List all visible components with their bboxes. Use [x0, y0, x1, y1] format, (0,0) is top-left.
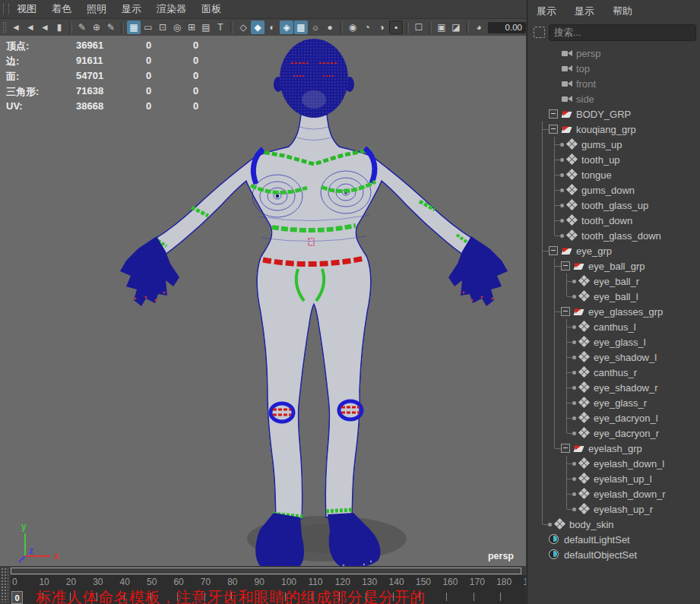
xray-icon[interactable]: ▣ [435, 21, 448, 34]
menu-item-5[interactable]: 面板 [201, 2, 221, 16]
outliner-row[interactable]: eye_ball_grp [527, 258, 700, 274]
node-label[interactable]: eye_glasses_grp [588, 306, 663, 318]
shadows-icon[interactable]: ● [323, 21, 337, 34]
paint-icon[interactable]: ✎ [75, 21, 89, 34]
grid-icon[interactable]: ▦ [127, 21, 141, 34]
node-label[interactable]: eye_dacryon_r [594, 428, 659, 439]
node-label[interactable]: eyelash_down_r [594, 489, 666, 500]
outliner-menu-item-0[interactable]: 展示 [537, 5, 556, 18]
outliner-row[interactable]: eye_shadow_r [527, 380, 700, 395]
outliner-row[interactable]: eyelash_down_l [527, 456, 700, 471]
camera-gear-icon[interactable]: ◄ [38, 21, 52, 34]
node-label[interactable]: canthus_r [594, 367, 637, 378]
xray-joints-icon[interactable]: ◪ [449, 21, 463, 34]
outliner-row[interactable]: kouqiang_grp [527, 122, 700, 137]
expand-collapse-icon[interactable] [561, 261, 570, 270]
wireframe-cube-icon[interactable]: ◇ [236, 21, 250, 34]
shaded-cube-icon[interactable]: ◆ [251, 21, 264, 34]
node-label[interactable]: defaultLightSet [564, 534, 630, 545]
node-label[interactable]: eye_shadow_r [594, 382, 658, 394]
expand-collapse-icon[interactable] [549, 109, 558, 119]
filter-icon[interactable] [534, 27, 545, 38]
node-label[interactable]: canthus_l [594, 321, 636, 333]
expand-collapse-icon[interactable] [561, 307, 570, 316]
timeline-grip[interactable] [1, 568, 8, 602]
node-label[interactable]: side [576, 93, 594, 105]
menubar-grip[interactable] [3, 4, 9, 14]
node-label[interactable]: eye_grp [576, 245, 612, 257]
outliner-row[interactable]: eye_ball_l [527, 289, 700, 304]
textured-sphere-icon[interactable]: ◐ [265, 21, 279, 34]
wire-on-shaded-icon[interactable]: ◈ [280, 21, 293, 34]
range-slider-bar[interactable] [11, 568, 521, 574]
camera-icon[interactable]: ◄ [9, 21, 23, 34]
node-label[interactable]: kouqiang_grp [576, 124, 636, 135]
node-label[interactable]: persp [576, 48, 601, 59]
expand-collapse-icon[interactable] [549, 125, 558, 134]
outliner-row[interactable]: eye_dacryon_r [527, 425, 700, 441]
outliner-row[interactable]: eye_dacryon_l [527, 410, 700, 425]
toolbar-grip[interactable] [3, 22, 6, 33]
outliner-row[interactable]: eye_shadow_l [527, 349, 700, 365]
outliner-row[interactable]: front [527, 76, 700, 91]
body-mesh[interactable] [157, 112, 471, 519]
exposure-icon[interactable]: ◕ [472, 21, 486, 34]
outliner-row[interactable]: tooth_up [527, 152, 700, 167]
node-label[interactable]: gums_up [581, 139, 622, 150]
node-label[interactable]: tooth_down [581, 215, 632, 226]
image-plane-icon[interactable]: ▤ [199, 21, 213, 34]
gate-mask-icon[interactable]: ◎ [170, 21, 184, 34]
current-frame-marker[interactable]: 0 [11, 591, 23, 604]
node-label[interactable]: front [576, 78, 596, 90]
pencil-icon[interactable]: ✎ [104, 21, 118, 34]
time-slider-track[interactable]: 0102030405060708090100110120130140150160… [11, 575, 526, 604]
ao-icon[interactable]: ◉ [346, 21, 360, 34]
node-label[interactable]: eye_ball_grp [588, 261, 645, 272]
menu-item-2[interactable]: 照明 [87, 2, 106, 16]
expand-collapse-icon[interactable] [549, 246, 558, 255]
bookmark-icon[interactable]: ▮ [52, 21, 66, 34]
outliner-row[interactable]: eye_grp [527, 243, 700, 258]
outliner-row[interactable]: eye_glasses_grp [527, 304, 700, 319]
outliner-row[interactable]: tooth_down [527, 213, 700, 228]
node-label[interactable]: eye_dacryon_l [594, 413, 658, 424]
node-label[interactable]: tooth_glass_up [581, 200, 648, 211]
node-label[interactable]: BODY_GRP [576, 109, 631, 120]
outliner-row[interactable]: eyelash_up_r [527, 501, 700, 517]
outliner-row[interactable]: eyelash_up_l [527, 471, 700, 486]
outliner-menu-item-2[interactable]: 帮助 [613, 5, 632, 18]
expand-collapse-icon[interactable] [561, 444, 570, 453]
outliner-row[interactable]: tongue [527, 167, 700, 182]
node-label[interactable]: eye_ball_l [594, 291, 638, 302]
node-label[interactable]: eye_glass_r [594, 397, 647, 409]
node-label[interactable]: eyelash_up_l [594, 473, 652, 485]
outliner-row[interactable]: body_skin [527, 517, 700, 532]
menu-item-3[interactable]: 显示 [122, 2, 141, 16]
node-label[interactable]: tooth_up [581, 154, 620, 166]
outliner-row[interactable]: eyelash_down_r [527, 486, 700, 501]
menu-item-4[interactable]: 渲染器 [157, 2, 186, 16]
node-label[interactable]: top [576, 63, 590, 74]
node-label[interactable]: eye_glass_l [594, 337, 646, 348]
outliner-row[interactable]: side [527, 91, 700, 106]
outliner-row[interactable]: eye_ball_r [527, 274, 700, 289]
outliner-row[interactable]: top [527, 61, 700, 76]
outliner-row[interactable]: eye_glass_r [527, 395, 700, 410]
text-hud-icon[interactable]: T [214, 21, 227, 34]
outliner-row[interactable]: eye_glass_l [527, 334, 700, 349]
node-label[interactable]: gums_down [581, 185, 635, 196]
checker-material-icon[interactable]: ▩ [294, 21, 308, 34]
field-chart-icon[interactable]: ⊞ [185, 21, 198, 34]
node-label[interactable]: eyelash_down_l [594, 458, 664, 470]
film-gate-icon[interactable]: ▭ [141, 21, 155, 34]
node-label[interactable]: defaultObjectSet [564, 549, 637, 561]
node-label[interactable]: tooth_glass_down [581, 230, 661, 242]
node-label[interactable]: tongue [581, 169, 612, 181]
lights-icon[interactable]: ☼ [309, 21, 322, 34]
node-label[interactable]: body_skin [569, 519, 614, 530]
exposure-value-field[interactable]: 0.00 [488, 22, 526, 33]
outliner-row[interactable]: canthus_r [527, 365, 700, 380]
outliner-row[interactable]: BODY_GRP [527, 106, 700, 122]
node-label[interactable]: eye_ball_r [594, 276, 639, 287]
camera-lock-icon[interactable]: ◄ [24, 21, 37, 34]
